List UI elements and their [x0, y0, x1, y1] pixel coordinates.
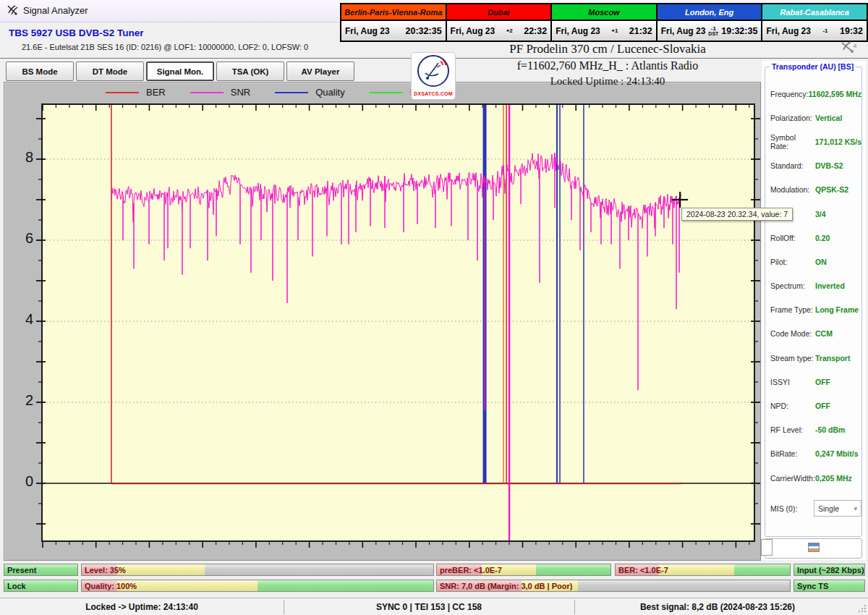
transponder-fields: Frequency:11602,595 MHzPolarization:Vert…	[765, 82, 861, 490]
clock-city-label: Berlin-Paris-Vienna-Roma	[341, 4, 446, 21]
gauge-preber: preBER: <1.0E-7	[436, 564, 611, 576]
transponder-field: Pilot:ON	[765, 250, 861, 273]
field-value: 0.20	[815, 234, 861, 242]
tab-av-player[interactable]: AV Player	[286, 62, 354, 81]
clock-time: 21:32	[629, 26, 652, 36]
gauge-fill	[82, 564, 433, 575]
legend-label: SNR	[231, 87, 250, 98]
field-value: Long Frame	[815, 305, 861, 314]
clock-date: Fri, Aug 23	[345, 26, 390, 36]
clock-offset-value: +2	[506, 28, 513, 33]
transponder-field: Code Mode:CCM	[765, 322, 861, 346]
gauge-syncts: Sync TS	[793, 580, 865, 592]
field-label: Frame Type:	[765, 305, 815, 314]
clock-city-label: London, Eng	[658, 4, 762, 21]
clock-date: Fri, Aug 23	[451, 26, 495, 36]
transponder-field: Standard:DVB-S2	[765, 154, 861, 178]
clock-offset-value: -1	[711, 26, 716, 31]
gauge-input: Input (~282 Kbps)	[793, 564, 865, 576]
details-button[interactable]	[765, 538, 862, 559]
field-value: Transport	[815, 354, 861, 362]
field-label: RF Level:	[765, 425, 815, 434]
clock-city-label: Moscow	[552, 4, 656, 21]
antenna-location-title: PF Prodelin 370 cm / Lucenec-Slovakia	[434, 42, 781, 56]
clock-column: London, EngFri, Aug 23-1DST19:32:35	[658, 4, 763, 41]
status-locked-uptime: Locked -> Uptime: 24:13:40	[0, 598, 284, 615]
field-value: CCM	[815, 329, 861, 338]
field-value: ON	[815, 258, 861, 266]
gauge-label: Lock	[7, 580, 26, 591]
field-value: OFF	[815, 402, 861, 410]
transponder-field: NPD:OFF	[765, 394, 861, 417]
y-tick-label: 6	[12, 230, 33, 247]
locked-uptime-title: Locked Uptime : 24:13:40	[448, 75, 767, 88]
legend-item-quality: Quality	[275, 87, 344, 98]
transponder-field: Symbol Rate:171,012 KS/s	[765, 130, 861, 153]
gauge-label: SNR: 7,0 dB (Margin: 3,0 dB | Poor)	[440, 580, 572, 591]
field-label: Polarization:	[765, 114, 815, 122]
mis-selected-value: Single	[818, 504, 839, 513]
resize-grip[interactable]	[858, 604, 867, 615]
tab-signal-mon-[interactable]: Signal Mon.	[146, 62, 214, 81]
status-bar: Locked -> Uptime: 24:13:40 SYNC 0 | TEI …	[0, 598, 868, 615]
field-label: Modulation:	[765, 185, 815, 194]
transponder-field: Modulation:QPSK-S2	[765, 178, 861, 202]
field-label: ISSYI	[765, 378, 815, 386]
chevron-down-icon: ▾	[854, 505, 857, 512]
list-stripes-icon	[808, 542, 820, 555]
tab-tsa-ok-[interactable]: TSA (OK)	[216, 62, 284, 81]
gauge-label: preBER: <1.0E-7	[440, 564, 502, 575]
field-label: Pilot:	[765, 258, 815, 266]
gauge-segment	[117, 564, 205, 575]
mis-label: MIS (0):	[765, 504, 814, 513]
legend-color-dash	[370, 92, 403, 93]
transponder-field: RF Level:-50 dBm	[765, 418, 861, 442]
gauge-ber: BER: <1.0E-7	[615, 564, 791, 576]
clock-time-cell: Fri, Aug 23-119:32	[762, 21, 867, 41]
field-label: Frequency:	[765, 90, 809, 98]
tab-dt-mode[interactable]: DT Mode	[76, 62, 144, 81]
mode-tabs: BS ModeDT ModeSignal Mon.TSA (OK)AV Play…	[6, 62, 354, 81]
gauge-label: Sync TS	[797, 580, 828, 591]
clock-date: Fri, Aug 23	[661, 26, 706, 36]
transponder-field: Stream type:Transport	[765, 346, 861, 370]
field-label: Code Mode:	[765, 329, 815, 338]
field-value: OFF	[815, 378, 861, 386]
y-tick-label: 4	[12, 311, 33, 328]
clock-column: MoscowFri, Aug 23+121:32	[552, 4, 658, 41]
satellite-dish-app-icon	[7, 4, 19, 20]
signal-chart-plot[interactable]	[41, 103, 755, 542]
transponder-groupbox-title: Transponder (AU) [BS]	[770, 62, 856, 71]
transponder-field: BitRate:0,247 Mbit/s	[765, 442, 861, 466]
legend-label: Quality	[315, 87, 344, 98]
clock-date: Fri, Aug 23	[556, 26, 600, 36]
dxsatcs-logo: DXSATCS.COM	[411, 52, 456, 100]
transponder-field: Frequency:11602,595 MHz	[765, 82, 861, 106]
tab-bs-mode[interactable]: BS Mode	[6, 62, 74, 81]
clock-time-cell: Fri, Aug 2320:32:35	[341, 21, 446, 41]
tuner-details: 21.6E - Eutelsat 21B SES 16 (ID: 0216) @…	[22, 43, 308, 51]
gauge-label: Present	[7, 564, 36, 575]
clock-column: Berlin-Paris-Vienna-RomaFri, Aug 2320:32…	[341, 4, 447, 41]
gauge-segment	[536, 564, 610, 575]
mis-select[interactable]: Single ▾	[814, 500, 861, 517]
transponder-field: RollOff:0.20	[765, 226, 861, 250]
y-tick-label: 2	[12, 392, 33, 409]
legend-color-dash	[275, 92, 308, 93]
field-value: QPSK-S2	[815, 185, 861, 194]
tuner-name: TBS 5927 USB DVB-S2 Tuner	[9, 27, 144, 38]
signal-analyzer-window: Signal Analyzer Berlin-Paris-Vienna-Roma…	[0, 0, 868, 615]
gauge-segment	[659, 564, 734, 575]
field-label: Spectrum:	[765, 281, 815, 290]
field-value: DVB-S2	[815, 161, 861, 170]
field-value: Vertical	[815, 114, 861, 122]
clock-time-cell: Fri, Aug 23-1DST19:32:35	[658, 21, 762, 41]
clock-city-label: Dubai	[447, 4, 551, 21]
field-value: 171,012 KS/s	[815, 137, 861, 146]
mis-row: MIS (0): Single ▾	[765, 500, 861, 517]
clock-offset-value: +1	[611, 28, 618, 33]
window-title: Signal Analyzer	[23, 5, 88, 16]
gauge-present: Present	[4, 564, 78, 576]
clock-utc-offset: +1	[611, 28, 618, 33]
field-value: 11602,595 MHz	[809, 90, 862, 98]
